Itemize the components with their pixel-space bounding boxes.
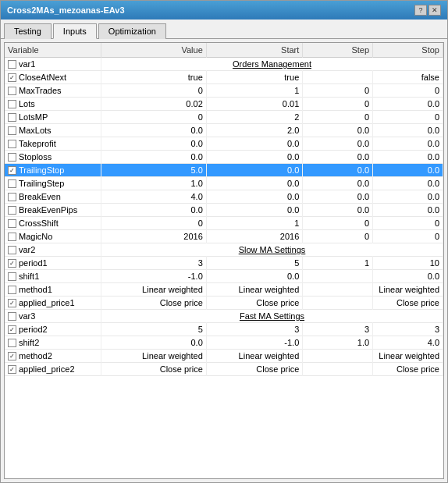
table-row[interactable]: Takeprofit0.00.00.00.0 — [5, 137, 443, 151]
stop-cell[interactable]: 0 — [373, 230, 443, 243]
checkbox[interactable] — [8, 286, 16, 294]
table-row[interactable]: var2Slow MA Settings — [5, 243, 443, 257]
checkbox[interactable] — [8, 73, 16, 82]
step-cell[interactable]: 0.0 — [303, 177, 373, 190]
table-row[interactable]: shift1-1.00.00.0 — [5, 270, 443, 283]
value-cell[interactable]: Close price — [101, 363, 207, 376]
value-cell[interactable]: 0 — [101, 111, 207, 124]
start-cell[interactable]: Close price — [206, 363, 303, 376]
step-cell[interactable]: 0.0 — [303, 190, 373, 204]
start-cell[interactable]: Linear weighted — [206, 350, 303, 363]
checkbox[interactable] — [8, 100, 16, 108]
stop-cell[interactable]: 0 — [373, 111, 443, 124]
value-cell[interactable]: 2016 — [101, 230, 207, 243]
start-cell[interactable]: 0.0 — [206, 151, 303, 164]
stop-cell[interactable]: 0.0 — [373, 137, 443, 151]
value-cell[interactable]: 0.0 — [101, 336, 207, 350]
step-cell[interactable] — [303, 350, 373, 363]
table-row[interactable]: MaxLots0.02.00.00.0 — [5, 124, 443, 137]
value-cell[interactable]: 0.0 — [101, 151, 207, 164]
stop-cell[interactable]: Linear weighted — [373, 350, 443, 363]
table-row[interactable]: applied_price1Close priceClose priceClos… — [5, 297, 443, 310]
start-cell[interactable]: true — [206, 71, 303, 84]
table-row[interactable]: applied_price2Close priceClose priceClos… — [5, 363, 443, 376]
table-row[interactable]: Stoploss0.00.00.00.0 — [5, 151, 443, 164]
stop-cell[interactable]: 0 — [373, 84, 443, 98]
value-cell[interactable]: Close price — [101, 297, 207, 310]
start-cell[interactable]: 2 — [206, 111, 303, 124]
start-cell[interactable]: 0.0 — [206, 137, 303, 151]
start-cell[interactable]: 2.0 — [206, 124, 303, 137]
table-row[interactable]: method1Linear weightedLinear weightedLin… — [5, 283, 443, 297]
value-cell[interactable]: 0.0 — [101, 204, 207, 217]
step-cell[interactable]: 0 — [303, 230, 373, 243]
value-cell[interactable]: Linear weighted — [101, 283, 207, 297]
step-cell[interactable]: 0 — [303, 98, 373, 111]
start-cell[interactable]: 3 — [206, 323, 303, 336]
table-row[interactable]: CrossShift0100 — [5, 217, 443, 230]
table-row[interactable]: period135110 — [5, 257, 443, 270]
start-cell[interactable]: 1 — [206, 217, 303, 230]
stop-cell[interactable]: 3 — [373, 323, 443, 336]
table-row[interactable]: MagicNo2016201600 — [5, 230, 443, 243]
step-cell[interactable]: 0.0 — [303, 124, 373, 137]
step-cell[interactable] — [303, 270, 373, 283]
checkbox[interactable] — [8, 325, 16, 334]
value-cell[interactable]: 5.0 — [101, 164, 207, 177]
checkbox[interactable] — [8, 87, 16, 95]
stop-cell[interactable]: Close price — [373, 297, 443, 310]
step-cell[interactable]: 0 — [303, 111, 373, 124]
checkbox[interactable] — [8, 113, 16, 122]
start-cell[interactable]: 0.01 — [206, 98, 303, 111]
close-button[interactable]: ✕ — [428, 5, 441, 16]
checkbox[interactable] — [8, 219, 16, 228]
start-cell[interactable]: -1.0 — [206, 336, 303, 350]
stop-cell[interactable]: 0.0 — [373, 190, 443, 204]
checkbox[interactable] — [8, 299, 16, 307]
start-cell[interactable]: 0.0 — [206, 204, 303, 217]
checkbox[interactable] — [8, 312, 16, 321]
checkbox[interactable] — [8, 365, 16, 374]
tab-inputs[interactable]: Inputs — [53, 23, 97, 39]
value-cell[interactable]: 0 — [101, 84, 207, 98]
table-row[interactable]: BreakEvenPips0.00.00.00.0 — [5, 204, 443, 217]
table-row[interactable]: Lots0.020.0100.0 — [5, 98, 443, 111]
step-cell[interactable] — [303, 297, 373, 310]
checkbox[interactable] — [8, 60, 16, 69]
checkbox[interactable] — [8, 246, 16, 254]
stop-cell[interactable]: 0.0 — [373, 270, 443, 283]
table-row[interactable]: TrailingStep1.00.00.00.0 — [5, 177, 443, 190]
value-cell[interactable]: Linear weighted — [101, 350, 207, 363]
table-row[interactable]: var3Fast MA Settings — [5, 310, 443, 323]
step-cell[interactable]: 1.0 — [303, 336, 373, 350]
checkbox[interactable] — [8, 259, 16, 268]
start-cell[interactable]: 2016 — [206, 230, 303, 243]
table-row[interactable]: var1Orders Management — [5, 58, 443, 71]
help-button[interactable]: ? — [414, 5, 427, 16]
value-cell[interactable]: 0 — [101, 217, 207, 230]
checkbox[interactable] — [8, 339, 16, 347]
checkbox[interactable] — [8, 126, 16, 135]
stop-cell[interactable]: false — [373, 71, 443, 84]
start-cell[interactable]: 0.0 — [206, 270, 303, 283]
start-cell[interactable]: 5 — [206, 257, 303, 270]
stop-cell[interactable]: 4.0 — [373, 336, 443, 350]
value-cell[interactable]: 3 — [101, 257, 207, 270]
checkbox[interactable] — [8, 179, 16, 188]
value-cell[interactable]: 4.0 — [101, 190, 207, 204]
value-cell[interactable]: 0.02 — [101, 98, 207, 111]
table-row[interactable]: TrailingStop5.00.00.00.0 — [5, 164, 443, 177]
start-cell[interactable]: 0.0 — [206, 190, 303, 204]
table-row[interactable]: shift20.0-1.01.04.0 — [5, 336, 443, 350]
value-cell[interactable]: -1.0 — [101, 270, 207, 283]
checkbox[interactable] — [8, 153, 16, 162]
checkbox[interactable] — [8, 233, 16, 241]
stop-cell[interactable]: 0.0 — [373, 204, 443, 217]
stop-cell[interactable]: 0 — [373, 217, 443, 230]
start-cell[interactable]: 1 — [206, 84, 303, 98]
table-row[interactable]: method2Linear weightedLinear weightedLin… — [5, 350, 443, 363]
stop-cell[interactable]: 0.0 — [373, 177, 443, 190]
step-cell[interactable] — [303, 283, 373, 297]
step-cell[interactable]: 0.0 — [303, 164, 373, 177]
value-cell[interactable]: 1.0 — [101, 177, 207, 190]
